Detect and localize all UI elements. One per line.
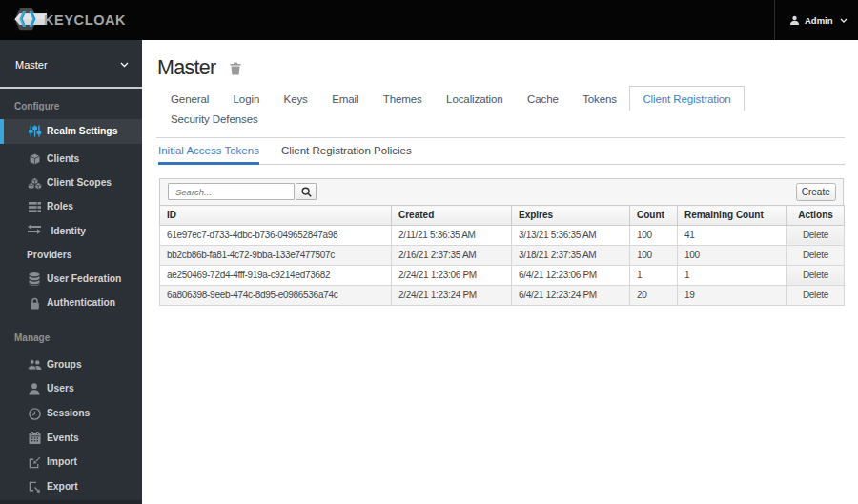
lock-icon bbox=[27, 296, 42, 312]
sliders-icon bbox=[27, 124, 42, 139]
tab-keys[interactable]: Keys bbox=[272, 87, 320, 112]
tab-client-registration[interactable]: Client Registration bbox=[629, 86, 745, 111]
sidebar-item-authentication[interactable]: Authentication bbox=[0, 292, 142, 315]
tab-tokens[interactable]: Tokens bbox=[570, 87, 628, 112]
delete-button[interactable]: Delete bbox=[787, 265, 845, 285]
navbar-divider bbox=[774, 0, 775, 40]
tab-localization[interactable]: Localization bbox=[434, 87, 515, 112]
tokens-grid: Create ID Created Expires Count Remainin… bbox=[159, 178, 844, 306]
realm-selector[interactable]: Master bbox=[0, 40, 142, 89]
users-icon bbox=[27, 357, 42, 373]
realm-tabs-row2: Security Defenses bbox=[158, 107, 270, 132]
search-icon bbox=[301, 187, 312, 197]
cell-created: 2/24/21 1:23:24 PM bbox=[392, 285, 512, 305]
sidebar-item-label: Authentication bbox=[47, 297, 115, 310]
sidebar-item-import[interactable]: Import bbox=[0, 451, 142, 475]
create-button[interactable]: Create bbox=[796, 183, 836, 201]
sidebar-item-label: Import bbox=[47, 456, 77, 469]
top-navbar: KEYCLOAK Admin bbox=[0, 0, 858, 40]
sidebar-item-users[interactable]: Users bbox=[0, 377, 142, 402]
calendar-icon bbox=[27, 431, 42, 446]
user-menu[interactable]: Admin bbox=[789, 0, 848, 40]
cell-expires: 3/13/21 5:36:35 AM bbox=[512, 225, 630, 245]
sidebar-item-export[interactable]: Export bbox=[0, 474, 142, 499]
sidebar-item-label: Export bbox=[47, 481, 78, 494]
export-icon bbox=[27, 479, 42, 494]
sidebar-item-label: User Federation bbox=[47, 273, 121, 286]
cell-created: 2/16/21 2:37:35 AM bbox=[392, 245, 512, 265]
cell-id: 61e97ec7-d733-4dbc-b736-049652847a98 bbox=[160, 225, 392, 245]
subtab-client-registration-policies[interactable]: Client Registration Policies bbox=[281, 140, 412, 165]
cell-count: 100 bbox=[630, 245, 678, 265]
sidebar-item-client-scopes[interactable]: Client Scopes bbox=[0, 171, 142, 194]
user-outline-icon bbox=[27, 382, 42, 397]
tab-themes[interactable]: Themes bbox=[371, 87, 434, 112]
subtab-initial-access-tokens[interactable]: Initial Access Tokens bbox=[158, 140, 259, 165]
tab-email[interactable]: Email bbox=[319, 87, 371, 112]
search-button[interactable] bbox=[296, 183, 317, 200]
col-remaining-count: Remaining Count bbox=[678, 206, 787, 226]
sidebar-item-realm-settings[interactable]: Realm Settings bbox=[0, 119, 142, 143]
col-id: ID bbox=[160, 206, 392, 226]
col-count: Count bbox=[630, 206, 678, 226]
chevron-down-icon bbox=[840, 18, 848, 23]
cell-expires: 6/4/21 12:23:06 PM bbox=[512, 265, 630, 285]
cell-created: 2/11/21 5:36:35 AM bbox=[392, 225, 512, 245]
sidebar-item-label: Sessions bbox=[47, 408, 90, 420]
keycloak-brand[interactable]: KEYCLOAK bbox=[14, 7, 126, 32]
sidebar-item-label: Roles bbox=[47, 201, 73, 213]
page-title: Master bbox=[157, 57, 216, 79]
cell-remaining: 1 bbox=[678, 265, 787, 285]
list-icon bbox=[27, 199, 42, 214]
keycloak-logo-icon bbox=[14, 7, 47, 32]
user-name: Admin bbox=[805, 15, 833, 26]
table-row: 61e97ec7-d733-4dbc-b736-049652847a98 2/1… bbox=[160, 225, 845, 245]
sidebar-item-label: Users bbox=[47, 383, 74, 395]
col-created: Created bbox=[392, 206, 512, 226]
database-icon bbox=[27, 272, 42, 287]
tab-cache[interactable]: Cache bbox=[515, 87, 570, 112]
sidebar-item-user-federation[interactable]: User Federation bbox=[0, 268, 142, 292]
cell-created: 2/24/21 1:23:06 PM bbox=[392, 265, 512, 285]
section-manage: Manage bbox=[14, 332, 142, 345]
cell-expires: 6/4/21 12:23:24 PM bbox=[512, 285, 630, 305]
configure-menu: Realm Settings Clients bbox=[0, 119, 142, 315]
table-row: ae250469-72d4-4fff-919a-c9214ed73682 2/2… bbox=[160, 265, 845, 285]
table-row: 6a806398-9eeb-474c-8d95-e0986536a74c 2/2… bbox=[160, 285, 845, 305]
table-row: bb2cb86b-fa81-4c72-9bba-133e7477507c 2/1… bbox=[160, 245, 845, 265]
delete-button[interactable]: Delete bbox=[787, 285, 845, 305]
sidebar-item-identity-providers[interactable]: Identity Providers bbox=[0, 219, 142, 268]
sidebar-item-label: Realm Settings bbox=[47, 126, 117, 138]
cell-count: 20 bbox=[630, 285, 678, 305]
delete-button[interactable]: Delete bbox=[787, 245, 845, 265]
sidebar-item-clients[interactable]: Clients bbox=[0, 147, 142, 171]
main-content: Master General Login Keys Email Themes L… bbox=[142, 40, 858, 504]
delete-realm-button[interactable] bbox=[230, 62, 241, 75]
realm-name: Master bbox=[15, 59, 48, 71]
sidebar-item-sessions[interactable]: Sessions bbox=[0, 401, 142, 426]
search-input[interactable] bbox=[168, 183, 295, 200]
cell-count: 100 bbox=[630, 225, 678, 245]
delete-button[interactable]: Delete bbox=[787, 225, 845, 245]
brand-text: KEYCLOAK bbox=[44, 12, 126, 28]
sidebar-item-label: Client Scopes bbox=[47, 177, 112, 190]
col-actions: Actions bbox=[787, 206, 845, 226]
cell-remaining: 19 bbox=[678, 285, 787, 305]
cell-id: 6a806398-9eeb-474c-8d95-e0986536a74c bbox=[160, 285, 392, 305]
realm-chevron-down-icon bbox=[120, 62, 129, 68]
cell-expires: 3/18/21 2:37:35 AM bbox=[512, 245, 630, 265]
grid-toolbar: Create bbox=[159, 178, 844, 205]
sidebar-item-label: Groups bbox=[47, 359, 82, 372]
tab-security-defenses[interactable]: Security Defenses bbox=[158, 107, 270, 132]
sidebar: Master Configure Realm Settings bbox=[0, 40, 142, 504]
col-expires: Expires bbox=[512, 206, 630, 226]
sidebar-item-groups[interactable]: Groups bbox=[0, 353, 142, 377]
cell-remaining: 41 bbox=[678, 225, 787, 245]
tokens-table: ID Created Expires Count Remaining Count… bbox=[159, 205, 845, 306]
import-icon bbox=[27, 454, 42, 470]
cell-remaining: 100 bbox=[678, 245, 787, 265]
sidebar-item-roles[interactable]: Roles bbox=[0, 195, 142, 219]
sidebar-item-events[interactable]: Events bbox=[0, 426, 142, 451]
cube-icon bbox=[27, 151, 42, 167]
cell-id: ae250469-72d4-4fff-919a-c9214ed73682 bbox=[160, 265, 392, 285]
